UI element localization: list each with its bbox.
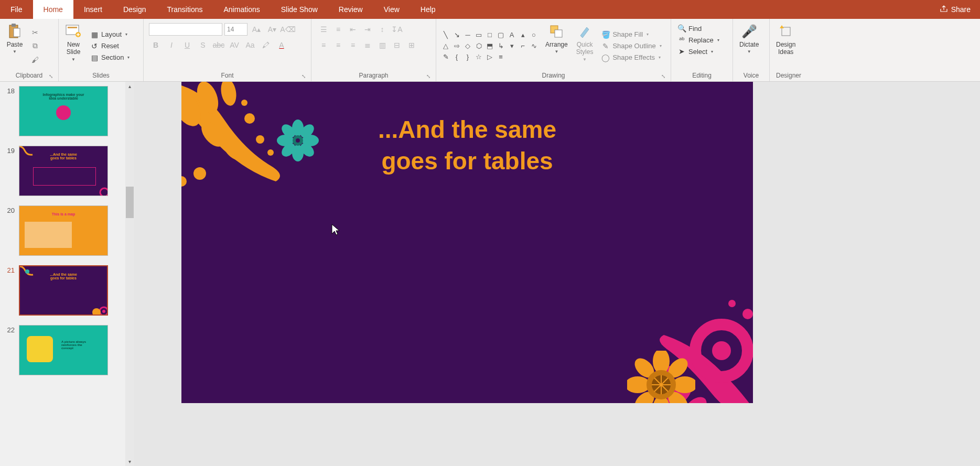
shape-elbow-icon[interactable]: ⌐ [518,41,528,51]
shape-textbox-icon[interactable]: A [507,30,517,40]
scroll-up-icon[interactable]: ▴ [125,82,134,91]
dialog-launcher-icon[interactable]: ⤡ [425,73,432,80]
shape-outline-button[interactable]: ✎Shape Outline▾ [598,41,664,51]
shape-connector-icon[interactable]: ↳ [496,41,506,51]
quick-styles-button[interactable]: Quick Styles ▼ [573,21,597,71]
thumbnail-item[interactable]: 19 ...And the same goes for tables [2,146,128,196]
font-size-input[interactable] [224,23,247,36]
slide-title[interactable]: ...And the same goes for tables [181,114,753,177]
dialog-launcher-icon[interactable]: ⤡ [300,73,307,80]
arrange-button[interactable]: Arrange ▼ [542,21,571,71]
tab-slideshow[interactable]: Slide Show [271,0,328,19]
shape-arrow-icon[interactable]: ↘ [451,30,462,40]
shape-action-icon[interactable]: ▷ [484,52,495,62]
dialog-launcher-icon[interactable]: ⤡ [48,73,54,80]
justify-button[interactable]: ≣ [361,39,374,51]
decrease-font-button[interactable]: A▾ [265,23,279,36]
thumbnail[interactable]: A picture always reinforces the concept [19,325,108,375]
tab-help[interactable]: Help [410,0,446,19]
tab-home[interactable]: Home [33,0,73,19]
shape-hex-icon[interactable]: ⬡ [473,41,484,51]
shadow-button[interactable]: S [196,39,210,51]
align-center-button[interactable]: ≡ [331,39,345,51]
indent-button[interactable]: ⇥ [361,23,374,36]
shape-oval-icon[interactable]: ○ [529,30,539,40]
font-color-button[interactable]: A [275,39,288,51]
select-button[interactable]: ➤Select▾ [674,46,723,57]
thumbnail[interactable]: This is a map [19,205,108,256]
shape-line-icon[interactable]: ╲ [440,30,451,40]
tab-review[interactable]: Review [328,0,373,19]
scroll-down-icon[interactable]: ▾ [125,457,134,466]
thumbnail-item[interactable]: 18 Infographics make your idea understab… [2,86,128,136]
slide-canvas[interactable]: ...And the same goes for tables [181,82,753,403]
tab-animations[interactable]: Animations [213,0,270,19]
shape-rect-icon[interactable]: ▭ [473,30,484,40]
case-button[interactable]: Aa [243,39,257,51]
shape-effects-button[interactable]: ◯Shape Effects▾ [598,52,664,63]
tab-design[interactable]: Design [113,0,157,19]
shape-cube-icon[interactable]: ◇ [462,41,473,51]
reset-button[interactable]: ↺Reset [87,41,133,51]
tab-insert[interactable]: Insert [73,0,113,19]
thumbnail-item[interactable]: 21 ...And the same goes for tables [2,265,128,316]
paste-button[interactable]: Paste ▼ [3,21,26,71]
share-button[interactable]: Share [930,0,980,19]
shape-square-icon[interactable]: □ [484,30,495,40]
shape-brace-r-icon[interactable]: } [462,52,473,62]
layout-button[interactable]: ▦Layout▾ [87,29,133,40]
tab-transitions[interactable]: Transitions [157,0,213,19]
line-spacing-button[interactable]: ↕ [375,23,389,36]
highlight-button[interactable]: 🖍 [259,39,273,51]
spacing-button[interactable]: AV [228,39,241,51]
thumbnail[interactable]: ...And the same goes for tables [19,146,108,196]
shape-nav-up-icon[interactable]: ▴ [518,30,528,40]
shape-triangle-icon[interactable]: △ [440,41,451,51]
shape-brace-l-icon[interactable]: { [451,52,462,62]
italic-button[interactable]: I [165,39,178,51]
shape-callout-icon[interactable]: ⬒ [484,41,495,51]
shape-arrow2-icon[interactable]: ⇨ [451,41,462,51]
smartart-button[interactable]: ⊞ [405,39,418,51]
thumbnail-panel[interactable]: 18 Infographics make your idea understab… [0,82,134,466]
shape-star-icon[interactable]: ☆ [473,52,484,62]
align-right-button[interactable]: ≡ [346,39,360,51]
scrollbar-thumb[interactable] [126,187,134,218]
shape-line2-icon[interactable]: ─ [462,30,473,40]
thumbnail-item[interactable]: 20 This is a map [2,205,128,256]
copy-button[interactable]: ⧉ [28,40,42,52]
strike-button[interactable]: abc [212,39,225,51]
replace-button[interactable]: ᵃᵇReplace▾ [674,35,723,45]
text-direction-button[interactable]: ↧A [390,23,404,36]
align-text-button[interactable]: ⊟ [390,39,404,51]
design-ideas-button[interactable]: Design Ideas [773,21,799,71]
slide-editor[interactable]: ...And the same goes for tables [134,82,980,466]
tab-view[interactable]: View [373,0,410,19]
shape-nav-down-icon[interactable]: ▾ [507,41,517,51]
shape-curve-icon[interactable]: ∿ [529,41,539,51]
shape-more-icon[interactable]: ≡ [496,52,506,62]
find-button[interactable]: 🔍Find [674,23,723,34]
outdent-button[interactable]: ⇤ [346,23,360,36]
thumbnail[interactable]: Infographics make your idea understable [19,86,108,136]
columns-button[interactable]: ▥ [375,39,389,51]
underline-button[interactable]: U [180,39,194,51]
align-left-button[interactable]: ≡ [317,39,330,51]
cut-button[interactable]: ✂ [28,26,42,39]
increase-font-button[interactable]: A▴ [250,23,263,36]
thumbnail-item[interactable]: 22 A picture always reinforces the conce… [2,325,128,375]
dictate-button[interactable]: 🎤 Dictate ▼ [736,21,762,71]
shape-fill-button[interactable]: 🪣Shape Fill▾ [598,29,664,40]
shapes-gallery[interactable]: ╲ ↘ ─ ▭ □ ▢ A ▴ ○ △ ⇨ ◇ ⬡ ⬒ ↳ ▾ ⌐ [440,30,539,62]
scrollbar[interactable]: ▴ ▾ [125,82,134,466]
bold-button[interactable]: B [149,39,163,51]
new-slide-button[interactable]: New Slide ▼ [62,21,85,71]
bullets-button[interactable]: ☰ [317,23,330,36]
thumbnail[interactable]: ...And the same goes for tables [19,265,108,316]
shape-freeform-icon[interactable]: ✎ [440,52,451,62]
font-name-input[interactable] [149,23,222,36]
numbering-button[interactable]: ≡ [331,23,345,36]
clear-format-button[interactable]: A⌫ [281,23,295,36]
tab-file[interactable]: File [0,0,33,19]
format-painter-button[interactable]: 🖌 [28,53,42,66]
